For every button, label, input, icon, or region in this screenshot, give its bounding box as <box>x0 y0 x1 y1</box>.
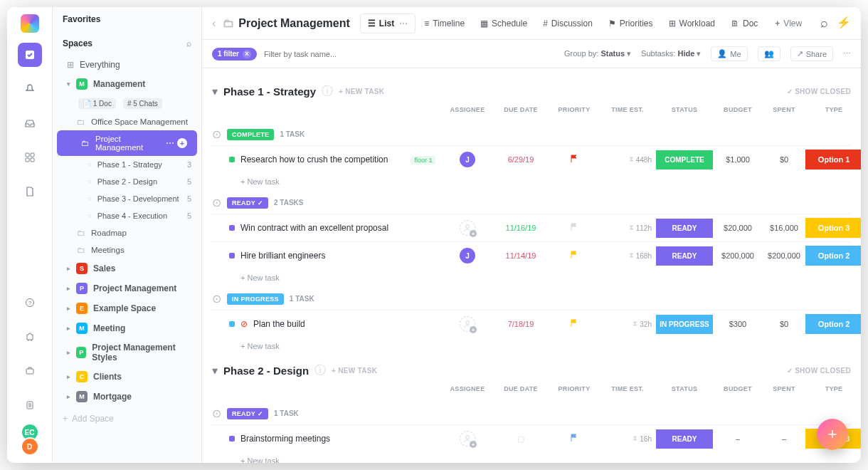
task-title[interactable]: Win contract with an excellent proposal <box>240 223 388 233</box>
status-badge[interactable]: READY ✓ <box>227 197 268 209</box>
budget-cell[interactable]: $300 <box>713 320 763 328</box>
inbox-icon[interactable] <box>18 111 42 135</box>
priority-cell[interactable] <box>549 434 599 444</box>
space-item[interactable]: ▸EExample Space <box>53 298 201 318</box>
more-icon[interactable]: ⋯ <box>399 19 408 28</box>
task-row[interactable]: Hire brilliant engineers J 11/14/19 ⧗168… <box>212 241 851 269</box>
space-item[interactable]: ▸MMeeting <box>53 318 201 338</box>
status-badge[interactable]: READY ✓ <box>227 408 268 419</box>
status-cell[interactable]: READY <box>656 219 713 238</box>
priority-cell[interactable] <box>549 251 599 261</box>
list-phase-1[interactable]: ○Phase 1 - Strategy3 <box>53 156 201 173</box>
view-tab-workload[interactable]: ⊞Workload <box>662 14 722 33</box>
subtasks-control[interactable]: Subtasks: Hide ▾ <box>641 49 701 58</box>
new-task-button[interactable]: + NEW TASK <box>339 88 384 95</box>
view-tab-doc[interactable]: 🗎Doc <box>724 14 765 33</box>
home-icon[interactable] <box>18 43 42 67</box>
assignee-empty[interactable] <box>460 316 475 332</box>
time-est-cell[interactable]: ⧗32h <box>599 320 656 328</box>
type-cell[interactable]: Option 1 <box>805 150 861 169</box>
folder-meetings[interactable]: 🗀Meetings <box>53 241 201 258</box>
folder-office-space[interactable]: 🗀Office Space Management <box>53 113 201 130</box>
status-cell[interactable]: READY <box>656 246 713 266</box>
collapse-sidebar-icon[interactable]: ‹ <box>212 17 216 30</box>
due-date-cell[interactable]: 11/14/19 <box>492 251 549 260</box>
type-cell[interactable]: Option 3 <box>805 218 861 238</box>
filter-input[interactable] <box>264 50 378 58</box>
spent-cell[interactable]: $0 <box>763 320 805 328</box>
new-task-row[interactable]: + New task <box>212 269 851 286</box>
favorites-header[interactable]: Favorites <box>53 7 201 31</box>
priority-cell[interactable] <box>549 155 599 164</box>
everything-link[interactable]: ⊞Everything <box>53 56 201 74</box>
task-row[interactable]: Brainstorming meetings ▢ ⧗16h READY – – … <box>212 424 851 452</box>
task-tag[interactable]: floor 1 <box>411 156 435 164</box>
info-icon[interactable]: ⓘ <box>314 363 326 378</box>
space-item[interactable]: ▸SSales <box>53 258 201 278</box>
spent-cell[interactable]: $16,000 <box>763 224 805 232</box>
app-logo[interactable] <box>21 14 39 33</box>
status-badge[interactable]: COMPLETE <box>227 129 274 140</box>
more-icon[interactable]: ⋯ <box>166 138 174 148</box>
quick-action-icon[interactable]: ⚡ <box>837 16 851 31</box>
docs-icon[interactable] <box>18 179 42 204</box>
chats-chip[interactable]: # 5 Chats <box>123 98 162 109</box>
spaces-header[interactable]: Spaces⌕ <box>53 31 201 56</box>
budget-cell[interactable]: $20,000 <box>713 224 763 232</box>
assignee-avatar[interactable]: J <box>460 248 475 263</box>
status-cell[interactable]: IN PROGRESS <box>656 315 713 334</box>
new-task-row[interactable]: + New task <box>212 173 851 190</box>
spent-cell[interactable]: $0 <box>763 155 805 164</box>
doc-chip[interactable]: 📄 1 Doc <box>78 98 116 109</box>
status-collapse-icon[interactable]: ⊙ <box>212 407 221 420</box>
budget-cell[interactable]: $1,000 <box>713 155 763 164</box>
due-date-cell[interactable]: ▢ <box>492 434 549 444</box>
new-task-row[interactable]: + New task <box>212 338 851 355</box>
clear-filter-icon[interactable]: × <box>243 50 251 58</box>
budget-cell[interactable]: $200,000 <box>713 251 763 260</box>
new-task-button[interactable]: + NEW TASK <box>332 367 377 375</box>
group-by-control[interactable]: Group by: Status ▾ <box>564 49 631 58</box>
show-closed-button[interactable]: ✓ SHOW CLOSED <box>787 367 851 375</box>
create-fab[interactable]: + <box>817 419 848 450</box>
due-date-cell[interactable]: 6/29/19 <box>492 155 549 164</box>
task-status-dot[interactable] <box>229 436 235 442</box>
status-collapse-icon[interactable]: ⊙ <box>212 292 221 306</box>
share-button[interactable]: ↗ Share <box>790 46 833 61</box>
spent-cell[interactable]: $200,000 <box>763 251 805 260</box>
view-tab-schedule[interactable]: ▦Schedule <box>473 14 534 33</box>
assignee-empty[interactable] <box>460 220 475 236</box>
task-title[interactable]: Brainstorming meetings <box>240 434 330 444</box>
add-view-button[interactable]: +View <box>768 14 809 33</box>
list-phase-3[interactable]: ○Phase 3 - Development5 <box>53 190 201 207</box>
add-icon[interactable]: + <box>177 138 187 148</box>
search-icon[interactable]: ⌕ <box>186 38 191 48</box>
me-button[interactable]: 👤 Me <box>711 46 747 61</box>
space-item[interactable]: ▸PProject Management Styles <box>53 338 201 367</box>
user-avatars[interactable]: EC D <box>21 427 39 456</box>
view-tab-list[interactable]: ☰List⋯ <box>360 14 416 33</box>
list-phase-2[interactable]: ○Phase 2 - Design5 <box>53 173 201 190</box>
task-title[interactable]: Plan the build <box>253 319 305 329</box>
filter-pill[interactable]: 1 filter× <box>212 48 257 61</box>
dashboards-icon[interactable] <box>18 145 42 169</box>
task-status-dot[interactable] <box>229 321 235 327</box>
list-phase-4[interactable]: ○Phase 4 - Execution5 <box>53 207 201 224</box>
task-row[interactable]: Research how to crush the competition fl… <box>212 145 851 173</box>
task-row[interactable]: Win contract with an excellent proposal … <box>212 214 851 241</box>
due-date-cell[interactable]: 11/16/19 <box>492 224 549 232</box>
time-est-cell[interactable]: ⧗16h <box>599 434 656 443</box>
phase-collapse-icon[interactable]: ▾ <box>212 85 218 98</box>
type-cell[interactable]: Option 2 <box>805 314 861 334</box>
notepad-icon[interactable] <box>18 393 42 417</box>
task-title[interactable]: Research how to crush the competition <box>240 155 388 164</box>
status-cell[interactable]: READY <box>656 429 713 449</box>
due-date-cell[interactable]: 7/18/19 <box>492 320 549 328</box>
view-tab-priorities[interactable]: ⚑Priorities <box>601 14 660 33</box>
type-cell[interactable]: Option 2 <box>805 246 861 266</box>
add-space-button[interactable]: + Add Space <box>53 407 201 431</box>
priority-cell[interactable] <box>549 223 599 233</box>
status-collapse-icon[interactable]: ⊙ <box>212 127 221 141</box>
time-est-cell[interactable]: ⧗168h <box>599 251 656 260</box>
task-title[interactable]: Hire brilliant engineers <box>240 251 325 261</box>
